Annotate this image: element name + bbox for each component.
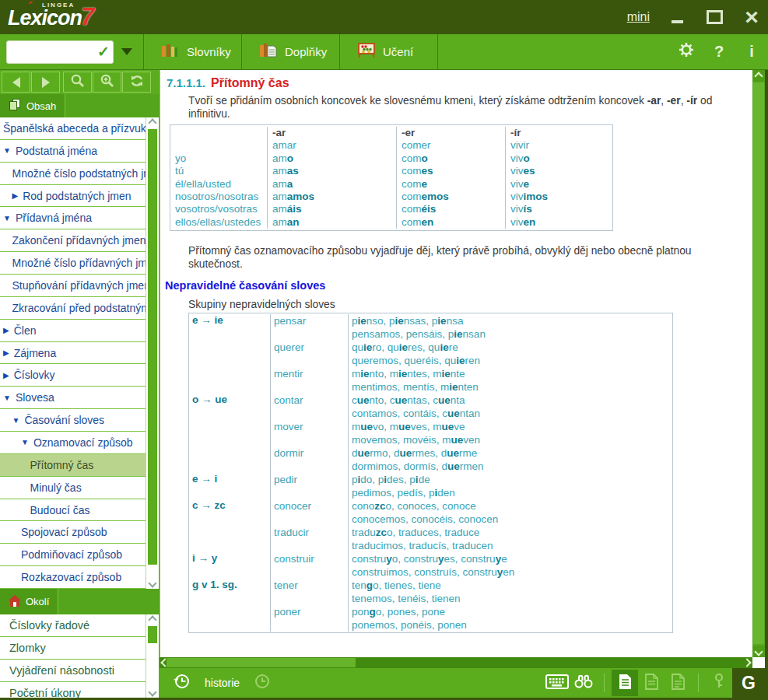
- document-icon: [619, 674, 632, 693]
- okoli-scrollbar[interactable]: [146, 614, 159, 698]
- scroll-up-icon[interactable]: [146, 117, 159, 128]
- sidebar-tree-item[interactable]: Množné číslo přídavných jmen: [0, 252, 146, 275]
- infinitive-cell: dormir: [270, 446, 348, 473]
- minimize-button[interactable]: [667, 7, 687, 27]
- zoom-search-button[interactable]: [93, 72, 121, 93]
- sidebar-tree-item[interactable]: Množné číslo podstatných jmen: [0, 163, 146, 185]
- sidebar-tree-item[interactable]: ▼Oznamovací způsob: [0, 432, 146, 454]
- forms-cell: cuento, cuentas, cuentacontamos, contáis…: [348, 394, 672, 420]
- sidebar-tree-item[interactable]: ▶Rod podstatných jmen: [0, 185, 146, 208]
- help-button[interactable]: ?: [703, 34, 735, 69]
- conjugation-column: -aramaramoamasamaamamosamáisaman: [267, 127, 396, 229]
- binoculars-button[interactable]: [570, 670, 597, 696]
- back-icon: [12, 77, 20, 88]
- info-button[interactable]: i: [735, 34, 768, 69]
- sidebar-tree-item[interactable]: ▼Přídavná jména: [0, 207, 146, 229]
- verb-form: comes: [402, 165, 500, 177]
- sidebar-tree-item[interactable]: ▼Slovesa: [0, 387, 146, 409]
- okoli-item[interactable]: Číslovky řadové: [0, 614, 146, 637]
- sidebar-tree-item[interactable]: ▼Podstatná jména: [0, 140, 146, 163]
- pronoun: nosotros/nosotras: [175, 191, 262, 203]
- search-topic-button[interactable]: [63, 72, 92, 93]
- sidebar-tree-item[interactable]: Přítomný čas: [0, 454, 146, 477]
- settings-button[interactable]: [670, 34, 703, 69]
- document-view-button-active[interactable]: [612, 670, 638, 696]
- forms-line: traduzco, traduces, traduce: [352, 526, 669, 539]
- sidebar-tree-item[interactable]: ▼Časování sloves: [0, 409, 146, 432]
- verb-form: comen: [402, 216, 500, 229]
- forms-cell: tengo, tienes, tienetenemos, tenéis, tie…: [348, 579, 672, 605]
- keyboard-button[interactable]: [544, 670, 570, 696]
- infinitive-cell: pedir: [270, 473, 348, 499]
- document-view-button-3[interactable]: [665, 670, 691, 696]
- tree-scrollbar-thumb[interactable]: [148, 129, 157, 565]
- content-vertical-scrollbar[interactable]: [752, 70, 765, 657]
- refresh-button[interactable]: [122, 72, 151, 93]
- tab-obsah[interactable]: Obsah: [0, 94, 65, 117]
- forms-line: construyo, construyes, construye: [352, 552, 669, 565]
- okoli-item[interactable]: Početní úkony: [0, 682, 146, 698]
- divider: [604, 674, 605, 692]
- forward-icon: [42, 77, 50, 88]
- infinitive-cell: poner: [270, 605, 348, 632]
- horizontal-scrollbar-thumb[interactable]: [167, 658, 356, 667]
- tab-uceni[interactable]: Učení: [340, 34, 438, 69]
- sidebar-tree-item[interactable]: Zkracování před podstatnými jmény: [0, 297, 146, 320]
- sidebar-tree-item[interactable]: Španělská abeceda a přízvuk: [0, 117, 146, 140]
- infinitive: vivir: [510, 139, 608, 152]
- pronoun: yo: [175, 152, 262, 165]
- vertical-scrollbar-thumb[interactable]: [753, 82, 764, 644]
- sidebar-tree-item[interactable]: Stupňování přídavných jmen: [0, 275, 146, 297]
- search-dropdown-button[interactable]: [114, 40, 140, 64]
- scroll-down-icon[interactable]: [752, 646, 765, 657]
- abacus-icon: [357, 43, 376, 61]
- forms-cell: conozco, conoces, conoceconocemos, conoc…: [348, 499, 672, 526]
- key-button[interactable]: [706, 670, 732, 696]
- sidebar-tree-item[interactable]: Zakončení přídavných jmen: [0, 229, 146, 252]
- document-icon: [672, 674, 685, 693]
- sidebar-tree-item[interactable]: Minulý čas: [0, 477, 146, 499]
- tab-slovniky[interactable]: Slovníky: [144, 34, 242, 69]
- sidebar-tree-item[interactable]: ▶Číslovky: [0, 364, 146, 387]
- infinitive-cell: construir: [270, 552, 348, 579]
- mini-mode-link[interactable]: mini: [627, 10, 650, 24]
- section-number: 7.1.1.1.: [167, 76, 205, 89]
- okoli-item[interactable]: Vyjádření násobnosti: [0, 660, 146, 682]
- tree-scrollbar[interactable]: [146, 117, 159, 589]
- tab-doplnky[interactable]: Doplňky: [242, 34, 340, 69]
- document-icon: [645, 674, 658, 693]
- sidebar-tree-item[interactable]: Rozkazovací způsob: [0, 566, 146, 589]
- scroll-up-icon[interactable]: [146, 614, 159, 625]
- g-logo-button[interactable]: G: [732, 668, 765, 698]
- tree-item-label: Minulý čas: [30, 481, 82, 494]
- sidebar-tree-item[interactable]: Podmiňovací způsob: [0, 544, 146, 566]
- forms-line: pedimos, pedís, piden: [352, 486, 669, 499]
- history-button[interactable]: [169, 670, 195, 696]
- sidebar-tree-item[interactable]: ▶Zájmena: [0, 342, 146, 365]
- verb-form: amáis: [272, 203, 391, 215]
- sidebar-tree-item[interactable]: ▶Člen: [0, 320, 146, 342]
- forward-button[interactable]: [31, 72, 60, 93]
- close-button[interactable]: ×: [742, 7, 762, 27]
- document-view-button-2[interactable]: [638, 670, 665, 696]
- ending-header: -ír: [510, 127, 608, 139]
- recent-button[interactable]: [249, 670, 275, 696]
- forms-line: traducimos, traducís, traducen: [352, 539, 669, 552]
- sidebar-tree-item[interactable]: Spojovací způsob: [0, 521, 146, 544]
- back-button[interactable]: [2, 72, 30, 93]
- scroll-right-icon[interactable]: [742, 657, 752, 668]
- content-horizontal-scrollbar[interactable]: [160, 657, 752, 668]
- maximize-button[interactable]: [704, 7, 724, 27]
- tab-okoli[interactable]: Okolí: [0, 589, 58, 614]
- scroll-down-icon[interactable]: [146, 687, 159, 698]
- verb-form: amas: [272, 165, 391, 177]
- scroll-down-icon[interactable]: [146, 578, 159, 589]
- scroll-up-icon[interactable]: [752, 70, 765, 82]
- okoli-item[interactable]: Zlomky: [0, 637, 146, 660]
- okoli-scrollbar-thumb[interactable]: [148, 626, 157, 643]
- group-label-cell: i → y: [189, 552, 270, 579]
- sidebar-tree-item[interactable]: Budoucí čas: [0, 499, 146, 522]
- obsah-tab-row: Obsah: [0, 94, 160, 117]
- verb-form: comemos: [402, 191, 500, 203]
- irregular-heading: Nepravidelné časování sloves: [165, 279, 752, 292]
